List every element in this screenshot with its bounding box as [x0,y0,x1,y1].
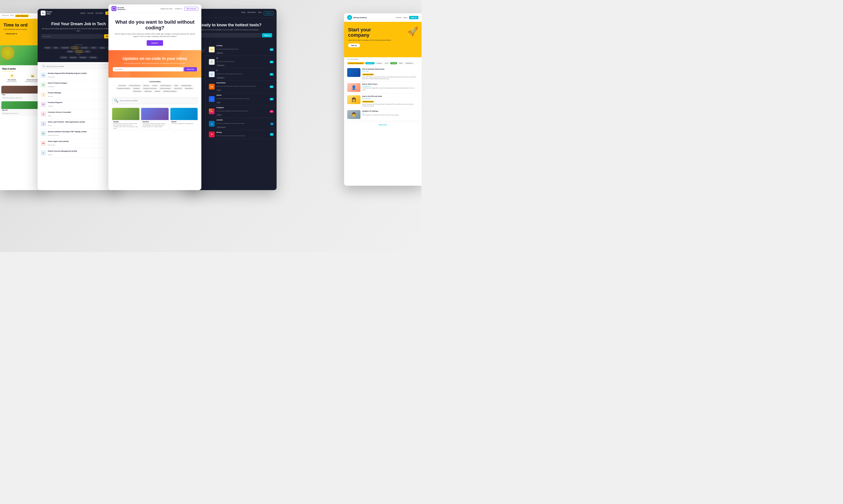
nocode-explore-link[interactable]: Explore No-Code [161,8,173,10]
filter-berlin[interactable]: Berlin [52,47,59,49]
jobs-nav-find-talent[interactable]: Find Talent [96,12,103,14]
course-evaluate-startup[interactable]: How to Evaluate Startup Ideas Kevin Hale… [344,67,422,82]
filter-barcelona[interactable]: Barcelona [80,47,89,49]
course-set-kpis[interactable]: 👩 How to Set KPIs and Goals Adora Cheung… [344,94,422,109]
startup-cat-finance[interactable]: Finance [375,62,383,64]
cat-bootstrap[interactable]: Custom Bootstrap [128,85,141,87]
cat-marketplace[interactable]: Marketplace [184,87,194,90]
job-list: F& DevOps Engineer/Site Reliability Engi… [38,71,119,158]
job-item-designer[interactable]: TP Senior Product Designer TravelPerk Re… [38,80,119,90]
scene: Restaurants Meals Add a Restaurant Time … [0,0,422,252]
startup-cat-evaluation[interactable]: Evaluation [365,62,375,64]
cat-ecommerce[interactable]: Tutorials E-Commerce [142,87,158,90]
filter-dutch[interactable]: Dutch [84,50,91,53]
tool-ry[interactable]: R ry List, buy and collect unique items … [206,56,277,68]
startup-nav: ★ Startup Academy Schools Topics Sign up [344,13,422,22]
nocode-add-resource-button[interactable]: Add resource [184,7,198,11]
filter-internship[interactable]: Internship [88,56,98,59]
filter-remote[interactable]: Remote [44,47,52,49]
cat-newsletter[interactable]: Newsletter Blog [180,85,192,87]
cat-podcast[interactable]: Podcaster Interviews [116,87,131,90]
job-info-customer: Customer Service Consultant Olixus [48,111,116,117]
startup-cat-customer[interactable]: Customer conversations [347,62,365,64]
filter-london[interactable]: London [71,47,79,49]
startup-hero-signup-button[interactable]: Sign up [348,43,360,47]
nocode-search-input[interactable] [119,100,196,102]
startup-hero-title: Start your company [348,27,388,38]
job-item-partner[interactable]: C Partner Success Management (m/f/d) cle… [38,148,119,158]
add-tool-button[interactable]: Add tool [264,12,274,15]
nocode-subscribe-button[interactable]: Subscribe [184,67,197,71]
job-item-php[interactable]: PC (Senior) Software Developer PHP / MyS… [38,129,119,139]
food-nav-meals[interactable]: Meals [10,15,14,17]
filter-german[interactable]: German [75,50,83,53]
tools-signup-button[interactable]: Sign up [262,33,272,37]
cat-events[interactable]: Events [151,85,158,87]
nocode-contact-link[interactable]: Contact us [175,8,182,10]
tool-stacker[interactable]: Stacker Turn your spreadsheets into appl… [170,108,198,130]
startup-show-more[interactable]: Show more [344,122,422,127]
nocode-search-bar: 🔍 [112,97,198,104]
tool-indeed[interactable]: I Indeed Find millions of jobs online to… [206,93,277,105]
startup-cat-distribution[interactable]: Distribution [405,62,414,64]
jobs-search-input[interactable] [41,64,116,69]
tool-voiceflow[interactable]: Voiceflow Collaboratively design, protot… [141,108,169,130]
nocode-email-input[interactable] [113,67,183,71]
filter-amsterdam[interactable]: Amsterdam [60,47,70,49]
cat-templates[interactable]: Templates [132,87,141,90]
nocode-explore-button[interactable]: Explore [147,40,163,46]
tool-airtable[interactable]: AT AirTable The online spreadsheet-datab… [206,43,277,56]
cat-internal[interactable]: Internal Tool [173,87,183,90]
nocode-hero-subtitle: Find the right no-code tools to build yo… [113,33,197,38]
cat-community[interactable]: Community [117,85,127,87]
jobs-nav-stories[interactable]: Stories [80,12,85,14]
tool-instagram[interactable]: IG Instagram Find a find and engage with… [206,105,277,118]
cat-workflow[interactable]: Workflow Automation [162,90,178,92]
startup-signup-button[interactable]: Sign up [409,16,418,19]
add-restaurant-button[interactable]: Add a Restaurant [15,15,29,17]
startup-cat-qa[interactable]: Q&A [398,62,404,64]
choose-meal-button[interactable]: Choose your m [3,32,19,36]
tools-nav-discussions[interactable]: Discussions [247,12,256,15]
tool-shopify[interactable]: Shopify Build an online e-commerce websi… [112,108,140,130]
course-analytics[interactable]: 👨 Analytics for Startups Ilya Ilya Volod… [344,109,422,121]
tool-hackernews[interactable]: HN HackerNews Social news website focusi… [206,81,277,93]
startup-nav-schools[interactable]: Schools [396,17,401,18]
jobs-nav-find-job[interactable]: Find Job [87,12,93,14]
tool-hackernews-logo: HN [209,84,214,90]
tool-linkedin[interactable]: Li LinkedIn Connect and engage with your… [206,118,277,130]
cat-email[interactable]: Email Automation [159,87,172,90]
startup-cat-fuel[interactable]: Fuel [384,62,390,64]
job-item-customer[interactable]: N Customer Service Consultant Olixus [38,109,119,119]
cat-sales[interactable]: Sales [173,85,179,87]
job-item-frontend[interactable]: TF Frontend Engineer Typeform [38,100,119,109]
job-item-pm[interactable]: S Product Manager SumSub [38,90,119,100]
restaurant-blue-hill[interactable]: Blue Hill 75 Washington Pl, New York, NY [1,101,43,115]
tool-meetup[interactable]: M Meetup Find events and meet new people… [206,130,277,139]
cat-agency[interactable]: Expertise Agency [159,85,172,87]
tool-rr[interactable]: S rr marketing, fun, and more online ser… [206,68,277,81]
course-talk-users[interactable]: 👤 How to Talk to Users Eric Migdoviks YC… [344,82,422,94]
filter-english[interactable]: English [66,50,74,53]
cat-website[interactable]: Website [154,90,161,92]
job-item-agile[interactable]: DH Senior Agile Coach (f/m/d) Deliveryhe… [38,139,119,148]
restaurant-kazu[interactable]: Kazu 1042 Rue Ste-Catherine S, Montréal,… [1,86,43,100]
filter-fulltime[interactable]: Full-time [59,56,68,59]
cat-mobile[interactable]: Mobile App [143,90,153,92]
jobs-email-input[interactable] [41,34,103,38]
tool-stacker-info: Stacker Turn your spreadsheets into appl… [170,120,197,125]
tool-meetup-logo: M [209,131,214,137]
startup-cat-pricing[interactable]: Pricing [390,62,397,64]
tools-nav-tools[interactable]: Tools [258,12,261,15]
cat-membership[interactable]: Membership [132,90,142,92]
filter-freelance[interactable]: Freelance [78,56,88,59]
filter-parttime[interactable]: Part-time [69,56,78,59]
food-nav-restaurants[interactable]: Restaurants [2,15,9,17]
startup-nav-topics[interactable]: Topics [403,17,407,18]
job-item-teamlead[interactable]: H Team Lead Frontend - Web Applications … [38,119,119,129]
filter-leipzig[interactable]: Leipzig [98,47,106,49]
filter-achern[interactable]: Achern [90,47,98,49]
tools-nav-deals[interactable]: Deals [241,12,245,15]
job-item-devops[interactable]: F& DevOps Engineer/Site Reliability Engi… [38,71,119,80]
cat-directory[interactable]: Directory [142,85,151,87]
